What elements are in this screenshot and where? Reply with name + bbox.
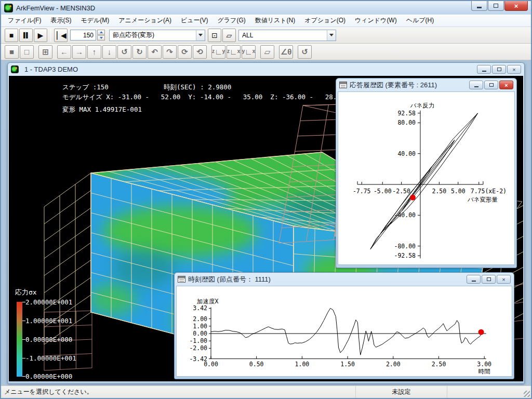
pause-button[interactable]: ▌▌ [19, 29, 33, 42]
menu-animation[interactable]: アニメーション(A) [114, 15, 176, 26]
redraw-button[interactable]: ↺ [298, 45, 312, 59]
timehistory-title: 時刻歴図 (節点番号： 1111) [188, 275, 271, 284]
hysteresis-close-button[interactable]: × [499, 81, 513, 89]
render-mode-button[interactable]: ⊡ [208, 29, 221, 42]
step-up-button[interactable] [97, 30, 105, 35]
rotate-z-cw-button[interactable]: ⟳ [178, 45, 192, 59]
stop-button[interactable]: ■ [5, 29, 18, 42]
viewer-titlebar[interactable]: 1 - TDAP3 DEMO × [8, 63, 524, 76]
separator [50, 29, 51, 42]
rotate-x-down-button[interactable]: ↷ [163, 45, 177, 59]
menu-model[interactable]: モデル(M) [76, 15, 114, 26]
scope-select[interactable]: ALL [238, 30, 336, 41]
rotate-z-ccw-icon: ⟲ [196, 47, 203, 57]
resize-grip-icon[interactable] [524, 391, 530, 397]
step-readout: ステップ :150 [62, 83, 109, 92]
dropdown-button[interactable] [196, 30, 205, 41]
app-title: ArkFemView - MENSIN3D [16, 4, 95, 12]
minimize-icon [472, 281, 476, 282]
view-zy-button[interactable]: ᶻ∟ʸ [211, 45, 225, 59]
status-message: メニューを選択してください。 [1, 388, 355, 396]
menu-options[interactable]: オプション(O) [300, 15, 350, 26]
hysteresis-maximize-button[interactable] [484, 81, 498, 89]
menu-numeric-list[interactable]: 数値リスト(N) [250, 15, 300, 26]
svg-text:バネ反力: バネ反力 [410, 102, 435, 109]
chart-icon [339, 82, 347, 88]
pause-icon: ▌▌ [23, 32, 29, 38]
rotate-z-cw-icon: ⟳ [181, 47, 188, 57]
svg-text:-2.00: -2.00 [189, 344, 207, 352]
svg-text:0.00: 0.00 [204, 361, 218, 368]
hysteresis-minimize-button[interactable] [469, 81, 483, 89]
zoom-out-button[interactable]: □ [20, 45, 34, 59]
view-zx-button[interactable]: ᶻ∟ˣ [227, 45, 241, 59]
rotate-x-down-icon: ↷ [166, 47, 173, 57]
hysteresis-titlebar[interactable]: 応答履歴図 (要素番号 : 2611) × [336, 78, 516, 91]
app-titlebar[interactable]: ArkFemView - MENSIN3D × [1, 1, 531, 15]
play-button[interactable]: ▶ [34, 29, 47, 42]
pan-up-button[interactable]: ↑ [87, 45, 101, 59]
stop-icon: ■ [9, 31, 14, 39]
menu-viewpoint[interactable]: ビュー(V) [176, 15, 213, 26]
rotate-y-left-button[interactable]: ↺ [117, 45, 131, 59]
perspective-view-button[interactable]: ▱ [260, 45, 274, 59]
step-spinner [70, 30, 105, 41]
minimize-button[interactable] [471, 1, 487, 11]
status-mode: 未設定 [355, 386, 447, 398]
pan-right-icon: → [75, 47, 83, 56]
fit-view-button[interactable]: ⊞ [38, 45, 52, 59]
timehistory-minimize-button[interactable] [467, 275, 481, 284]
menu-window[interactable]: ウィンドウ(W) [350, 15, 402, 26]
rotation-angle-icon: ∠θ [281, 47, 292, 57]
maximize-button[interactable] [488, 1, 504, 11]
plane-mode-button[interactable]: ▱ [222, 29, 236, 42]
step-down-button[interactable] [97, 35, 105, 41]
viewer-minimize-button[interactable] [477, 65, 491, 74]
pan-right-button[interactable]: → [72, 45, 86, 59]
rewind-button[interactable]: ▏◀ [54, 29, 68, 42]
svg-text:2.50: 2.50 [432, 188, 447, 195]
zoom-in-icon: ■ [9, 47, 14, 56]
menu-help[interactable]: ヘルプ(H) [402, 15, 439, 26]
svg-text:1.00: 1.00 [193, 323, 207, 330]
timehistory-restore-button[interactable] [482, 275, 496, 284]
timehistory-close-button[interactable]: × [497, 275, 511, 284]
mdi-area: 1 - TDAP3 DEMO × ステップ :150 時刻(SEC) : 2.9… [1, 60, 531, 385]
rotate-z-ccw-button[interactable]: ⟲ [193, 45, 207, 59]
timehistory-titlebar[interactable]: 時刻歴図 (節点番号： 1111) × [175, 273, 514, 286]
rotate-y-right-button[interactable]: ↻ [132, 45, 147, 59]
menu-view[interactable]: 表示(S) [46, 15, 76, 26]
time-readout: 時刻(SEC) : 2.9800 [164, 83, 231, 92]
menu-file[interactable]: ファイル(F) [3, 15, 46, 26]
zoom-in-button[interactable]: ■ [5, 45, 19, 59]
menu-bar: ファイル(F) 表示(S) モデル(M) アニメーション(A) ビュー(V) グ… [1, 15, 531, 27]
app-icon [4, 4, 13, 12]
svg-text:2.50: 2.50 [432, 361, 446, 368]
response-type-select[interactable]: 節点応答(変形) [109, 30, 205, 41]
chevron-down-icon [329, 34, 334, 36]
maximize-icon [494, 4, 498, 8]
step-input[interactable] [70, 30, 96, 41]
menu-graph[interactable]: グラフ(G) [213, 15, 250, 26]
render-mode-icon: ⊡ [211, 31, 218, 39]
pan-up-icon: ↑ [92, 47, 97, 56]
viewer-close-button[interactable]: × [507, 65, 521, 74]
hysteresis-title: 応答履歴図 (要素番号 : 2611) [350, 81, 437, 90]
view-yx-button[interactable]: ʸ∟ˣ [242, 45, 256, 59]
response-type-value: 節点応答(変形) [113, 31, 193, 39]
dropdown-button[interactable] [327, 30, 336, 41]
viewer-icon [11, 65, 19, 73]
pan-down-button[interactable]: ↓ [102, 45, 116, 59]
rotate-x-up-button[interactable]: ↶ [148, 45, 162, 59]
close-icon: × [514, 3, 518, 9]
close-button[interactable]: × [504, 1, 528, 11]
rotation-angle-button[interactable]: ∠θ [279, 45, 293, 59]
minimize-icon [482, 71, 486, 72]
timehistory-plot-area: 3.422.001.000.00-1.00-2.00-3.420.000.501… [176, 286, 512, 377]
pan-left-button[interactable]: ← [57, 45, 71, 59]
viewer-restore-button[interactable] [492, 65, 506, 74]
app-window: ArkFemView - MENSIN3D × ファイル(F) 表示(S) モデ… [0, 0, 532, 399]
minimize-icon [474, 86, 478, 87]
legend-label: 0.00000E+000 [25, 336, 72, 343]
timehistory-chart: 3.422.001.000.00-1.00-2.00-3.420.000.501… [177, 286, 512, 376]
